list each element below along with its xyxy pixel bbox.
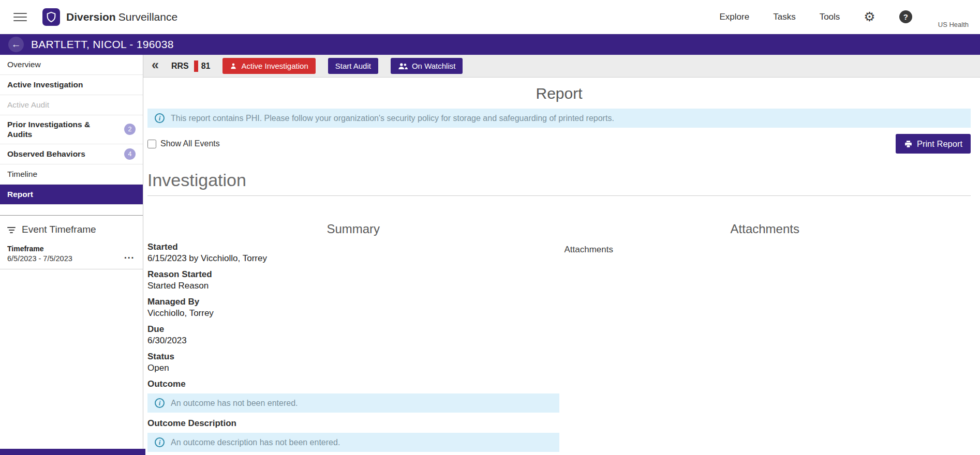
org-label: US Health [938,21,969,28]
timeframe-row: Timeframe 6/5/2023 - 7/5/2023 ... [0,235,143,269]
rrs-score: RRS 81 [171,60,211,72]
printer-icon [904,140,913,148]
sidebar-item-active-audit[interactable]: Active Audit [0,95,143,115]
report-controls: Show All Events Print Report [147,134,971,154]
active-investigation-button[interactable]: Active Investigation [222,58,315,74]
nav-tools[interactable]: Tools [820,12,840,22]
count-badge: 4 [124,148,136,160]
sidebar-item-prior-investigations-audits[interactable]: Prior Investigations & Audits 2 [0,115,143,144]
topbar: DiversionSurveillance Explore Tasks Tool… [0,0,980,34]
info-icon: i [155,437,165,447]
sidebar-item-observed-behaviors[interactable]: Observed Behaviors 4 [0,144,143,164]
summary-title: Summary [147,222,559,236]
outcome-description-label: Outcome Description [147,418,559,429]
main-panel: « RRS 81 Active Investigation Start Audi… [143,55,980,455]
count-badge: 2 [124,124,136,135]
attachments-label: Attachments [559,245,971,255]
patient-header-bar: ← BARTLETT, NICOL - 196038 [0,34,980,55]
phi-notice-banner: i This report contains PHI. Please follo… [147,109,971,128]
nav-explore[interactable]: Explore [720,12,750,22]
back-arrow-icon[interactable]: ← [8,37,24,52]
timeframe-value: 6/5/2023 - 7/5/2023 [7,254,72,263]
print-report-button[interactable]: Print Report [896,134,971,154]
field-managed-by: Managed By Vicchiollo, Torrey [147,297,559,318]
sidebar-item-timeline[interactable]: Timeline [0,164,143,185]
event-timeframe-title: Event Timeframe [22,224,96,235]
shield-logo-icon [42,8,60,26]
outcome-description-notice-banner: i An outcome description has not been en… [147,433,559,452]
report-content: Report i This report contains PHI. Pleas… [143,78,980,455]
attachments-title: Attachments [559,222,971,236]
help-icon[interactable]: ? [899,10,912,23]
app-title: DiversionSurveillance [66,11,177,23]
summary-column: Summary Started 6/15/2023 by Vicchiollo,… [147,210,559,452]
topbar-nav: Explore Tasks Tools ⚙ ? US Health [720,0,969,34]
sidebar-item-overview[interactable]: Overview [0,55,143,75]
on-watchlist-button[interactable]: On Watchlist [391,58,463,74]
rrs-badge: 81 [194,60,211,72]
show-all-events-label: Show All Events [160,139,220,148]
investigation-section-title: Investigation [147,170,971,196]
person-flag-icon [230,63,237,70]
field-due: Due 6/30/2023 [147,324,559,346]
timeframe-menu-button[interactable]: ... [124,250,135,261]
report-page-title: Report [147,85,971,102]
attachments-column: Attachments Attachments [559,210,971,452]
outcome-label: Outcome [147,379,559,389]
gear-icon[interactable]: ⚙ [864,10,875,23]
people-icon [398,63,408,70]
filter-icon [7,226,16,233]
info-icon: i [155,398,165,408]
field-started: Started 6/15/2023 by Vicchiollo, Torrey [147,242,559,264]
patient-toolbar: « RRS 81 Active Investigation Start Audi… [143,55,980,78]
outcome-notice-banner: i An outcome has not been entered. [147,393,559,413]
timeframe-label: Timeframe [7,245,72,253]
sidebar-item-active-investigation[interactable]: Active Investigation [0,75,143,95]
show-all-events-control: Show All Events [147,139,220,148]
patient-title: BARTLETT, NICOL - 196038 [31,38,174,51]
brand: DiversionSurveillance [42,8,177,26]
field-reason-started: Reason Started Started Reason [147,269,559,291]
rrs-value: 81 [201,62,211,71]
horizontal-scrollbar-thumb[interactable] [0,449,145,455]
rrs-risk-bar [194,60,198,72]
hamburger-menu-icon[interactable] [13,13,27,21]
phi-notice-text: This report contains PHI. Please follow … [171,114,614,123]
collapse-sidebar-icon[interactable]: « [152,58,159,71]
show-all-events-checkbox[interactable] [147,140,156,148]
nav-tasks[interactable]: Tasks [773,12,795,22]
start-audit-button[interactable]: Start Audit [328,58,378,74]
rrs-label: RRS [171,62,189,71]
sidebar: Overview Active Investigation Active Aud… [0,55,143,455]
sidebar-item-report[interactable]: Report [0,185,143,205]
event-timeframe-header: Event Timeframe [0,216,143,235]
info-icon: i [155,113,165,123]
field-status: Status Open [147,352,559,373]
